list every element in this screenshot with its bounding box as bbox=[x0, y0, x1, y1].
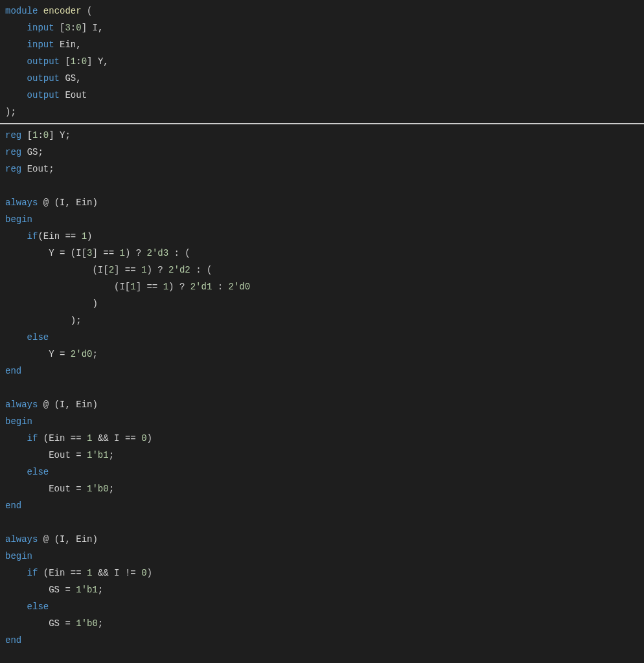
code-token-pn: , bbox=[65, 534, 70, 545]
code-token-num: 0 bbox=[43, 130, 49, 140]
code-token-pn: ; bbox=[98, 585, 103, 595]
code-token-id: Ein bbox=[76, 197, 92, 208]
code-token-num: 1'b0 bbox=[76, 618, 98, 629]
code-token-kw: output bbox=[27, 90, 60, 100]
code-token-kw: else bbox=[27, 601, 49, 612]
code-token-pn: ( bbox=[43, 433, 49, 444]
code-pane-body[interactable]: reg [1:0] Y; reg GS; reg Eout; always @ … bbox=[0, 124, 644, 651]
code-token-id: Eout bbox=[49, 484, 71, 494]
code-token-pn: ; bbox=[76, 315, 81, 326]
code-token-num: 1'b1 bbox=[87, 450, 109, 460]
code-token-num: 2'd3 bbox=[147, 248, 169, 258]
code-token-op: == bbox=[146, 282, 157, 292]
code-token-op: = bbox=[60, 349, 65, 359]
code-token-pn: ( bbox=[54, 399, 60, 410]
code-token-pn: ( bbox=[71, 248, 76, 258]
code-token-id: Ein bbox=[49, 568, 65, 578]
code-token-op: ? bbox=[157, 265, 163, 275]
code-token-pn: ( bbox=[43, 568, 49, 578]
code-token-pn: [ bbox=[82, 248, 87, 258]
code-token-pn: ) bbox=[87, 231, 92, 242]
code-token-id: Ein bbox=[43, 231, 60, 242]
code-token-id: I bbox=[114, 433, 119, 444]
code-token-id: Eout bbox=[65, 90, 87, 100]
code-token-num: 2'd0 bbox=[71, 349, 93, 359]
code-token-op: : bbox=[218, 282, 223, 292]
code-token-pn: ] bbox=[82, 23, 87, 33]
code-token-num: 1 bbox=[87, 568, 92, 578]
code-token-id: I bbox=[76, 248, 81, 258]
code-token-pn: ) bbox=[92, 298, 97, 309]
code-token-pn: ( bbox=[92, 265, 97, 275]
code-token-num: 0 bbox=[141, 568, 146, 578]
code-token-kw: input bbox=[27, 39, 54, 50]
code-token-pn: , bbox=[103, 56, 108, 67]
code-token-id: GS bbox=[49, 618, 60, 629]
code-token-pn: [ bbox=[103, 265, 108, 275]
code-token-op: : bbox=[76, 56, 81, 67]
code-token-op: == bbox=[65, 231, 76, 242]
code-token-kw: reg bbox=[5, 164, 21, 174]
code-token-op: ? bbox=[136, 248, 141, 258]
code-token-num: 0 bbox=[82, 56, 87, 67]
code-token-pn: ) bbox=[146, 265, 152, 275]
code-token-op: == bbox=[125, 433, 136, 444]
code-token-kw: always bbox=[5, 197, 38, 208]
code-token-id: I bbox=[98, 265, 103, 275]
code-token-op: = bbox=[65, 585, 70, 595]
code-token-op: : bbox=[38, 130, 43, 140]
code-token-op: && bbox=[98, 568, 109, 578]
code-token-num: 2'd1 bbox=[190, 282, 213, 292]
code-token-pn: ; bbox=[38, 147, 43, 157]
code-token-num: 2'd0 bbox=[229, 282, 251, 292]
code-token-id: Ein bbox=[76, 399, 92, 410]
code-token-kw: end bbox=[5, 635, 21, 646]
code-token-id: Eout bbox=[27, 164, 49, 174]
code-token-pn: , bbox=[65, 197, 70, 208]
code-token-pn: ; bbox=[109, 484, 114, 494]
code-token-op: @ bbox=[43, 534, 49, 545]
code-token-kw: output bbox=[27, 73, 60, 84]
code-token-pn: ) bbox=[92, 399, 97, 410]
code-token-kw: always bbox=[5, 534, 38, 545]
code-token-pn: ) bbox=[147, 433, 152, 444]
code-token-op: == bbox=[103, 248, 114, 258]
code-token-num: 1 bbox=[163, 282, 168, 292]
code-token-kw: if bbox=[27, 231, 38, 242]
code-block-header: module encoder ( input [3:0] I, input Ei… bbox=[5, 3, 644, 120]
code-token-id: GS bbox=[65, 73, 76, 84]
code-token-op: == bbox=[71, 433, 82, 444]
code-token-op: = bbox=[60, 248, 65, 258]
code-token-kw: input bbox=[27, 23, 54, 33]
code-token-pn: ] bbox=[136, 282, 141, 292]
code-token-op: = bbox=[76, 450, 81, 460]
code-token-kw: reg bbox=[5, 147, 21, 157]
code-token-pn: ) bbox=[92, 534, 97, 545]
code-token-pn: ; bbox=[49, 164, 54, 174]
code-token-op: != bbox=[125, 568, 136, 578]
code-token-num: 1'b1 bbox=[76, 585, 98, 595]
code-token-num: 1 bbox=[82, 231, 87, 242]
code-token-pn: ] bbox=[114, 265, 119, 275]
code-token-id: Ein bbox=[60, 39, 76, 50]
code-block-body: reg [1:0] Y; reg GS; reg Eout; always @ … bbox=[5, 127, 644, 649]
code-token-kw: else bbox=[27, 332, 49, 343]
code-token-pn: ( bbox=[54, 197, 60, 208]
code-token-pn: [ bbox=[27, 130, 32, 140]
code-token-pn: ; bbox=[10, 107, 16, 117]
code-token-num: 2 bbox=[109, 265, 114, 275]
code-token-pn: , bbox=[76, 39, 81, 50]
code-token-kw: if bbox=[27, 433, 38, 444]
code-token-id: Y bbox=[49, 248, 54, 258]
code-token-pn: [ bbox=[65, 56, 70, 67]
code-token-pn: ] bbox=[87, 56, 92, 67]
code-token-pn: ; bbox=[98, 618, 103, 629]
code-pane-header[interactable]: module encoder ( input [3:0] I, input Ei… bbox=[0, 0, 644, 123]
code-token-pn: , bbox=[65, 399, 70, 410]
code-token-op: @ bbox=[43, 197, 49, 208]
code-token-kw: always bbox=[5, 399, 38, 410]
code-token-pn: ( bbox=[87, 6, 92, 16]
code-token-op: == bbox=[71, 568, 82, 578]
code-token-kw: end bbox=[5, 366, 21, 376]
code-token-kw: output bbox=[27, 56, 60, 67]
